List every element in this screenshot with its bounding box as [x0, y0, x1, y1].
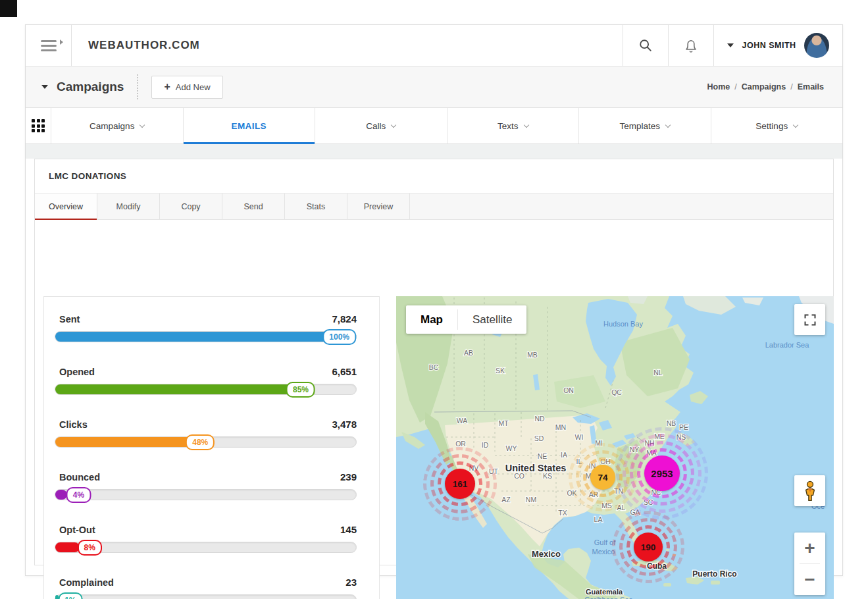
- map-view-button[interactable]: Map: [406, 305, 457, 334]
- tab-label: Settings: [755, 121, 788, 131]
- progress-track: 100%: [55, 331, 357, 342]
- metric-label: Clicks: [59, 419, 88, 430]
- metric-row-opt-out: Opt-Out1458%: [44, 515, 379, 568]
- percent-badge: 48%: [186, 434, 215, 450]
- grid-icon: [32, 119, 45, 132]
- metric-row-bounced: Bounced2394%: [44, 463, 379, 515]
- metric-label: Opt-Out: [59, 525, 95, 535]
- user-menu[interactable]: JOHN SMITH: [713, 25, 842, 66]
- section-title: Campaigns: [57, 80, 124, 94]
- percent-badge: 4%: [66, 487, 91, 503]
- map-marker-161[interactable]: 161: [445, 469, 475, 499]
- chevron-down-icon: [523, 122, 528, 127]
- add-new-button[interactable]: + Add New: [151, 76, 222, 99]
- metric-label: Complained: [59, 577, 114, 588]
- screenshot-corner-artifact: [0, 0, 17, 17]
- metric-label: Bounced: [59, 472, 100, 482]
- progress-track: 8%: [55, 542, 357, 553]
- top-bar: WEBAUTHOR.COM JOHN SMITH: [26, 25, 842, 66]
- metric-label: Sent: [59, 314, 80, 325]
- zoom-out-button[interactable]: −: [794, 564, 825, 595]
- subtab-send[interactable]: Send: [222, 194, 285, 219]
- metric-value: 7,824: [332, 313, 357, 325]
- tab-label: Campaigns: [89, 121, 134, 131]
- metric-row-clicks: Clicks3,47848%: [44, 410, 379, 463]
- progress-track: 1%: [55, 594, 357, 599]
- campaign-title: LMC DONATIONS: [35, 159, 833, 194]
- chevron-down-icon: [727, 43, 734, 47]
- zoom-control: + −: [794, 533, 825, 595]
- map-widget: Hudson BayLabrador SeaGulf ofMexicoCarib…: [396, 296, 834, 599]
- map-marker-190[interactable]: 190: [634, 533, 663, 561]
- add-new-label: Add New: [176, 82, 211, 92]
- marker-layer: 161742953190: [396, 296, 834, 599]
- chevron-down-icon: [665, 122, 671, 127]
- progress-fill: [55, 384, 311, 394]
- percent-badge: 8%: [78, 540, 102, 556]
- map-marker-74[interactable]: 74: [590, 465, 615, 490]
- search-button[interactable]: [623, 25, 668, 66]
- menu-toggle-button[interactable]: [26, 25, 72, 66]
- dotted-divider: [137, 74, 138, 99]
- tab-label: EMAILS: [232, 121, 267, 131]
- subtab-overview[interactable]: Overview: [35, 194, 97, 219]
- brand-title: WEBAUTHOR.COM: [72, 25, 623, 66]
- subtab-preview[interactable]: Preview: [347, 194, 410, 219]
- breadcrumb-separator: /: [734, 82, 736, 91]
- avatar: [804, 33, 829, 58]
- tab-campaigns[interactable]: Campaigns: [51, 108, 184, 143]
- tab-label: Texts: [498, 121, 519, 131]
- chevron-down-icon: [140, 122, 145, 127]
- fullscreen-button[interactable]: [794, 304, 825, 335]
- pegman-icon: [802, 481, 819, 502]
- progress-fill: [55, 332, 356, 342]
- metric-value: 3,478: [332, 419, 357, 430]
- metric-value: 239: [340, 471, 357, 482]
- metric-row-opened: Opened6,65185%: [44, 357, 379, 410]
- subtab-copy[interactable]: Copy: [160, 194, 222, 219]
- progress-track: 4%: [55, 489, 357, 500]
- metric-value: 6,651: [332, 366, 357, 377]
- breadcrumb-item-emails[interactable]: Emails: [798, 82, 824, 91]
- map-type-control: Map Satellite: [406, 305, 526, 334]
- tab-emails[interactable]: EMAILS: [184, 108, 316, 143]
- progress-fill: [55, 437, 199, 447]
- search-icon: [638, 38, 653, 53]
- map-marker-2953[interactable]: 2953: [644, 456, 680, 491]
- metric-row-complained: Complained231%: [44, 568, 379, 599]
- percent-badge: 85%: [286, 382, 315, 398]
- subtab-stats[interactable]: Stats: [285, 194, 347, 219]
- tab-texts[interactable]: Texts: [447, 108, 580, 143]
- metric-row-sent: Sent7,824100%: [44, 305, 379, 357]
- breadcrumb-item-campaigns[interactable]: Campaigns: [742, 82, 786, 91]
- marker-count: 74: [590, 465, 615, 490]
- tab-calls[interactable]: Calls: [315, 108, 447, 143]
- campaign-panel: LMC DONATIONS OverviewModifyCopySendStat…: [34, 159, 834, 565]
- notifications-button[interactable]: [668, 25, 713, 66]
- progress-track: 48%: [55, 436, 357, 448]
- metric-label: Opened: [59, 367, 95, 377]
- user-name: JOHN SMITH: [742, 41, 796, 50]
- chevron-down-icon: [391, 122, 396, 127]
- plus-icon: +: [164, 81, 170, 93]
- marker-count: 190: [634, 533, 663, 561]
- progress-fill: [55, 542, 80, 552]
- metric-value: 145: [340, 524, 357, 535]
- percent-badge: 1%: [58, 592, 82, 599]
- main-tab-bar: CampaignsEMAILSCallsTextsTemplatesSettin…: [26, 108, 842, 144]
- fullscreen-icon: [804, 313, 817, 326]
- apps-grid-button[interactable]: [26, 108, 51, 143]
- panel-body: Sent7,824100%Opened6,65185%Clicks3,47848…: [35, 220, 833, 565]
- section-chevron-down-icon[interactable]: [41, 85, 48, 89]
- zoom-in-button[interactable]: +: [794, 533, 825, 563]
- app-window: WEBAUTHOR.COM JOHN SMITH Campaigns + Add…: [25, 24, 843, 576]
- satellite-view-button[interactable]: Satellite: [458, 305, 526, 334]
- tab-settings[interactable]: Settings: [711, 108, 843, 143]
- breadcrumb-item-home[interactable]: Home: [707, 82, 730, 91]
- metric-value: 23: [345, 577, 357, 588]
- street-view-pegman-button[interactable]: [794, 475, 825, 506]
- breadcrumb: Home/Campaigns/Emails: [707, 82, 824, 91]
- tab-label: Calls: [366, 121, 386, 131]
- subtab-modify[interactable]: Modify: [97, 194, 160, 219]
- tab-templates[interactable]: Templates: [579, 108, 711, 143]
